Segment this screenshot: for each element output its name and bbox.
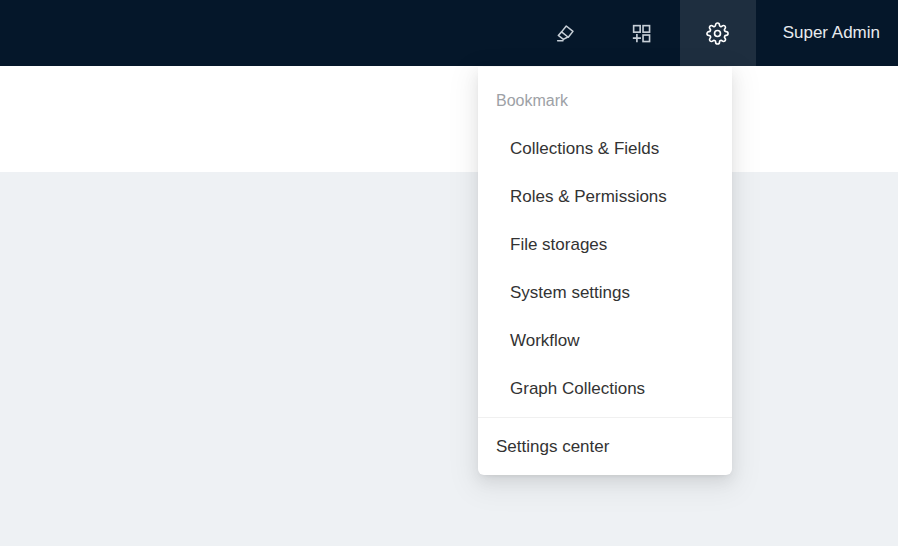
- settings-dropdown-menu: Bookmark Collections & Fields Roles & Pe…: [478, 67, 732, 475]
- app-window: Super Admin Bookmark Collections & Field…: [0, 0, 898, 546]
- menu-item-system-settings[interactable]: System settings: [478, 269, 732, 317]
- highlighter-icon: [554, 22, 577, 45]
- menu-item-roles-permissions[interactable]: Roles & Permissions: [478, 173, 732, 221]
- menu-item-settings-center[interactable]: Settings center: [478, 418, 732, 475]
- plugin-manager-button[interactable]: [604, 0, 680, 66]
- user-menu[interactable]: Super Admin: [756, 0, 898, 66]
- page-header-band: [0, 66, 898, 172]
- menu-group-label-bookmark: Bookmark: [478, 79, 732, 123]
- ui-editor-button[interactable]: [528, 0, 604, 66]
- user-name: Super Admin: [783, 23, 880, 43]
- top-navbar: Super Admin: [0, 0, 898, 66]
- menu-item-workflow[interactable]: Workflow: [478, 317, 732, 365]
- menu-item-graph-collections[interactable]: Graph Collections: [478, 365, 732, 413]
- menu-item-collections-fields[interactable]: Collections & Fields: [478, 125, 732, 173]
- plugin-manager-icon: [630, 22, 653, 45]
- gear-icon: [706, 22, 729, 45]
- menu-item-file-storages[interactable]: File storages: [478, 221, 732, 269]
- settings-button[interactable]: [680, 0, 756, 66]
